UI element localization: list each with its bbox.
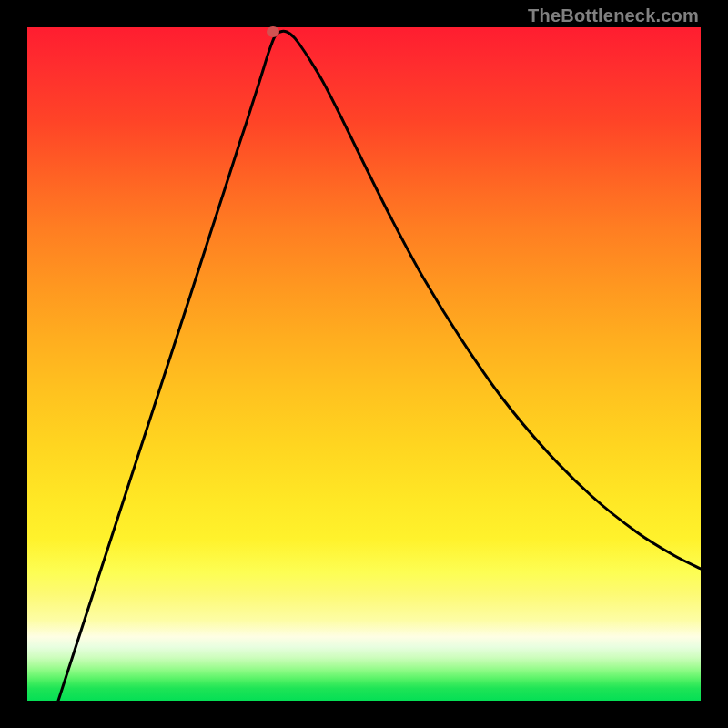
curve-path xyxy=(58,31,701,701)
plot-area xyxy=(27,27,701,701)
curve-svg xyxy=(27,27,701,701)
minimum-marker xyxy=(267,26,279,37)
chart-container: TheBottleneck.com xyxy=(0,0,728,728)
watermark-text: TheBottleneck.com xyxy=(528,5,699,26)
